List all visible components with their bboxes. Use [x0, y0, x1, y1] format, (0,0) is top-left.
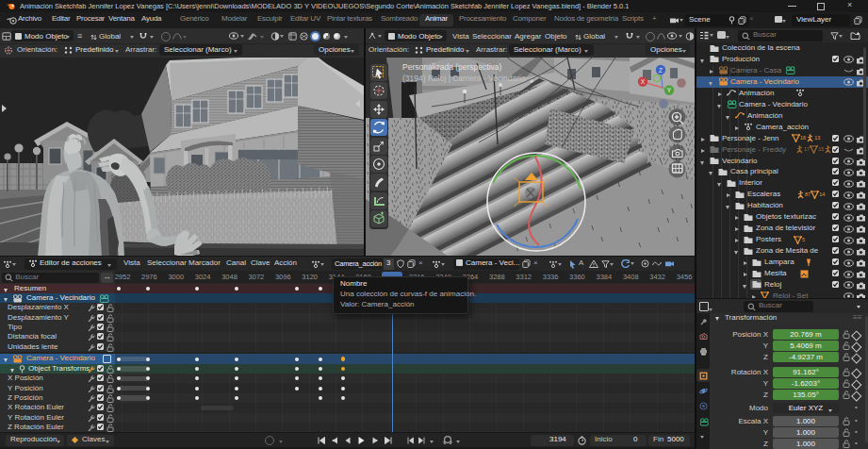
svg-text:Y: Y — [667, 87, 672, 93]
svg-text:(3194) Reloj | Camera - Vecind: (3194) Reloj | Camera - Vecindario — [402, 74, 526, 83]
svg-text:X: X — [641, 78, 646, 85]
svg-text:Personalizada (perspectiva): Personalizada (perspectiva) — [402, 62, 502, 72]
svg-text:Z: Z — [659, 67, 663, 74]
